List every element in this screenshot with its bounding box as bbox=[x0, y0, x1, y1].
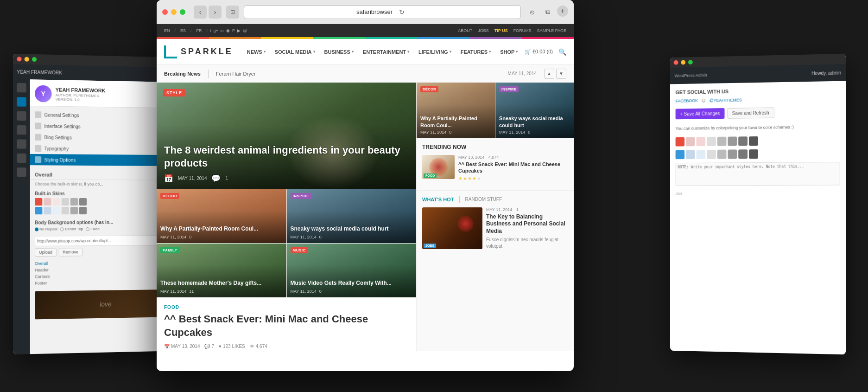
social-pin-icon[interactable]: P bbox=[232, 28, 235, 33]
wh-article[interactable]: JOBS MAY 11, 2014 1 The Key to Balancing… bbox=[422, 207, 568, 250]
color-swatch-11[interactable] bbox=[70, 207, 78, 214]
social-twitter-icon[interactable]: t bbox=[210, 28, 211, 33]
safari-close-btn[interactable] bbox=[162, 9, 168, 15]
color-swatch-2[interactable] bbox=[44, 198, 51, 206]
nav-lifeliving[interactable]: LIFE/LIVING ▾ bbox=[414, 39, 456, 65]
safari-minimize-btn[interactable] bbox=[171, 9, 177, 15]
cr-swatch-7[interactable] bbox=[738, 136, 748, 146]
social-linkedin-icon[interactable]: in bbox=[221, 28, 224, 33]
cr-swatch-9[interactable] bbox=[676, 150, 684, 159]
top-bar-right: ABOUT JOBS TIP US FORUMS SAMPLE PAGE bbox=[458, 28, 566, 33]
topnav-about[interactable]: ABOUT bbox=[458, 28, 472, 33]
rt-title-0: Why A Partially-Painted Room Coul... bbox=[420, 115, 491, 129]
cr-swatch-3[interactable] bbox=[697, 137, 706, 146]
nav-news[interactable]: NEWS ▾ bbox=[242, 39, 270, 65]
nav-features[interactable]: FEATURES ▾ bbox=[456, 39, 495, 65]
wp-sub-nav-footer[interactable]: Footer bbox=[35, 278, 175, 287]
safari-forward-btn[interactable]: › bbox=[209, 6, 222, 19]
nav-business[interactable]: BUSINESS ▾ bbox=[320, 39, 358, 65]
cr-swatch-6[interactable] bbox=[728, 136, 737, 146]
hero-article[interactable]: STYLE The 8 weirdest animal ingredients … bbox=[157, 83, 416, 189]
wp-remove-btn[interactable]: Remove bbox=[58, 248, 82, 256]
cr-swatch-14[interactable] bbox=[728, 149, 737, 159]
social-yt-icon[interactable]: ▶ bbox=[237, 28, 241, 33]
color-swatch-7[interactable] bbox=[35, 207, 42, 214]
social-googleplus-icon[interactable]: g+ bbox=[214, 28, 218, 33]
locale-en[interactable]: EN bbox=[164, 28, 170, 33]
cr-toolbar-left: WordPress Admin bbox=[675, 73, 707, 78]
cr-twitter-link[interactable]: @YEAHTHEMES bbox=[710, 98, 742, 103]
safari-url-bar[interactable]: safaribrowser ↻ bbox=[244, 5, 521, 19]
topnav-jobs[interactable]: JOBS bbox=[478, 28, 489, 33]
color-swatch-12[interactable] bbox=[79, 207, 87, 214]
cr-swatch-10[interactable] bbox=[686, 150, 695, 159]
small-article-0[interactable]: DÉCOR Why A Partially-Painted Room Coul.… bbox=[157, 189, 286, 243]
safari-back-btn[interactable]: ‹ bbox=[194, 6, 207, 19]
locale-es[interactable]: ES bbox=[180, 28, 186, 33]
nav-logo[interactable]: SPARKLE bbox=[164, 45, 233, 58]
color-swatch-5[interactable] bbox=[70, 198, 78, 206]
safari-add-tab-btn[interactable]: + bbox=[557, 6, 568, 17]
cr-swatch-15[interactable] bbox=[738, 149, 748, 159]
cr-swatch-4[interactable] bbox=[707, 136, 716, 146]
cr-swatch-12[interactable] bbox=[707, 149, 716, 159]
safari-window-controls bbox=[162, 9, 185, 15]
cr-swatch-11[interactable] bbox=[697, 150, 706, 159]
color-swatch-4[interactable] bbox=[62, 198, 69, 206]
rt-article-1[interactable]: INSPIRE Sneaky ways social media could h… bbox=[495, 83, 574, 138]
wp-framework-version: VERSION: 1.0 bbox=[56, 97, 106, 103]
nav-search-icon[interactable]: 🔍 bbox=[558, 48, 566, 56]
color-swatch-3[interactable] bbox=[53, 198, 60, 206]
safari-reading-btn[interactable]: ⧉ bbox=[541, 6, 554, 19]
topnav-forums[interactable]: FORUMS bbox=[513, 28, 532, 33]
safari-reload-btn[interactable]: ↻ bbox=[395, 6, 408, 19]
nav-cart[interactable]: 🛒 £0.00 (0) bbox=[525, 49, 553, 55]
breaking-prev-btn[interactable]: ▲ bbox=[544, 69, 554, 79]
nav-entertainment[interactable]: ENTERTAINMENT ▾ bbox=[358, 39, 414, 65]
social-rss-icon[interactable]: ◉ bbox=[226, 28, 230, 33]
cr-swatch-1[interactable] bbox=[676, 137, 684, 146]
cr-save-all-btn[interactable]: + Save All Changes bbox=[676, 108, 724, 119]
wp-radio-no-repeat[interactable]: No Repeat bbox=[35, 227, 57, 231]
wp-url-input[interactable] bbox=[35, 235, 175, 246]
small-article-1[interactable]: INSPIRE Sneaky ways social media could h… bbox=[287, 189, 417, 243]
color-swatch-9[interactable] bbox=[53, 207, 60, 214]
cr-refresh-btn[interactable]: Save and Refresh bbox=[727, 107, 774, 118]
locale-fr[interactable]: FR bbox=[196, 28, 202, 33]
nav-logo-text: SPARKLE bbox=[181, 47, 233, 57]
cr-facebook-link[interactable]: FACEBOOK bbox=[676, 98, 698, 103]
wp-nav-general-icon bbox=[35, 111, 41, 118]
color-swatch-10[interactable] bbox=[62, 207, 69, 214]
trending-item-0[interactable]: FOOD MAY 13, 2014 4,874 ^^ Best Snack Ev… bbox=[422, 155, 568, 181]
cr-swatch-13[interactable] bbox=[717, 149, 727, 159]
breaking-arrows: ▲ ▼ bbox=[544, 69, 566, 79]
small-article-3[interactable]: MUSIC Music Video Gets Really Comfy With… bbox=[287, 244, 417, 297]
wp-radio-center[interactable]: Center Top bbox=[60, 227, 83, 231]
safari-tab-btn[interactable]: ⊡ bbox=[226, 6, 239, 19]
article-title[interactable]: ^^ Best Snack Ever: Mini Mac and Cheese … bbox=[164, 313, 409, 339]
cr-custom-css-textarea[interactable] bbox=[676, 161, 840, 186]
safari-maximize-btn[interactable] bbox=[180, 9, 185, 15]
wp-radio-fixed[interactable]: Fixed bbox=[86, 227, 100, 231]
safari-share-btn[interactable]: ⎋ bbox=[526, 6, 539, 19]
color-swatch-1[interactable] bbox=[35, 198, 42, 206]
nav-social-media[interactable]: SOCIAL MEDIA ▾ bbox=[270, 39, 320, 65]
cr-swatch-2[interactable] bbox=[686, 137, 695, 146]
social-facebook-icon[interactable]: f bbox=[207, 28, 208, 33]
topnav-tip-us[interactable]: TIP US bbox=[494, 28, 508, 33]
wp-side-icon-7 bbox=[17, 167, 26, 177]
breaking-next-btn[interactable]: ▼ bbox=[556, 69, 566, 79]
small-article-2[interactable]: FAMILY These homemade Mother's Day gifts… bbox=[157, 244, 286, 297]
wh-tab-random[interactable]: RANDOM STUFF bbox=[465, 197, 502, 202]
nav-shop[interactable]: SHOP ▾ bbox=[495, 39, 522, 65]
color-swatch-6[interactable] bbox=[79, 198, 87, 206]
social-mail-icon[interactable]: @ bbox=[243, 28, 247, 33]
star-1: ★ bbox=[458, 176, 463, 181]
cr-swatch-16[interactable] bbox=[749, 149, 758, 159]
wp-upload-btn[interactable]: Upload bbox=[35, 248, 57, 257]
topnav-sample-page[interactable]: SAMPLE PAGE bbox=[537, 28, 566, 33]
color-swatch-8[interactable] bbox=[44, 207, 51, 214]
cr-swatch-5[interactable] bbox=[717, 136, 727, 146]
rt-article-0[interactable]: DÉCOR Why A Partially-Painted Room Coul.… bbox=[417, 83, 495, 138]
cr-swatch-8[interactable] bbox=[749, 136, 758, 146]
